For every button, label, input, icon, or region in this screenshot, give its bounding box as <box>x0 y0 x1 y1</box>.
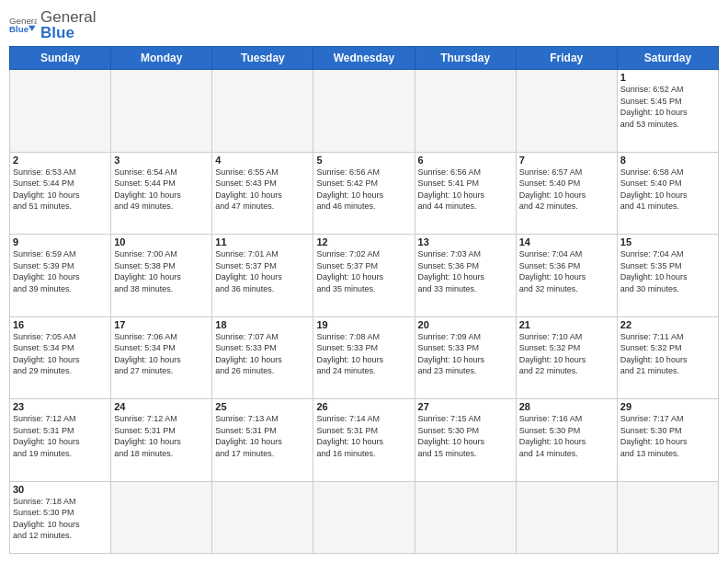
logo-wordmark: General Blue <box>40 9 96 40</box>
day-number: 29 <box>620 401 715 412</box>
table-row: 27Sunrise: 7:15 AM Sunset: 5:30 PM Dayli… <box>415 399 516 482</box>
header-monday: Monday <box>111 47 212 70</box>
day-info: Sunrise: 7:12 AM Sunset: 5:31 PM Dayligh… <box>13 413 108 459</box>
table-row: 24Sunrise: 7:12 AM Sunset: 5:31 PM Dayli… <box>111 399 212 482</box>
table-row <box>111 481 212 554</box>
day-number: 15 <box>620 236 715 247</box>
table-row <box>516 481 617 554</box>
day-info: Sunrise: 6:52 AM Sunset: 5:45 PM Dayligh… <box>620 84 715 130</box>
day-number: 16 <box>13 319 108 330</box>
day-info: Sunrise: 7:06 AM Sunset: 5:34 PM Dayligh… <box>114 331 209 377</box>
generalblue-icon: General Blue <box>9 14 37 36</box>
day-info: Sunrise: 6:56 AM Sunset: 5:41 PM Dayligh… <box>418 167 513 213</box>
weekday-header-row: Sunday Monday Tuesday Wednesday Thursday… <box>10 47 719 70</box>
day-info: Sunrise: 6:58 AM Sunset: 5:40 PM Dayligh… <box>620 167 715 213</box>
logo: General Blue General Blue <box>9 9 96 40</box>
day-info: Sunrise: 7:02 AM Sunset: 5:37 PM Dayligh… <box>316 248 411 294</box>
day-info: Sunrise: 7:12 AM Sunset: 5:31 PM Dayligh… <box>114 413 209 459</box>
day-info: Sunrise: 7:08 AM Sunset: 5:33 PM Dayligh… <box>316 331 411 377</box>
day-number: 11 <box>215 236 310 247</box>
day-number: 12 <box>316 236 411 247</box>
table-row <box>313 70 415 153</box>
day-number: 17 <box>114 319 209 330</box>
day-number: 13 <box>418 236 513 247</box>
table-row: 6Sunrise: 6:56 AM Sunset: 5:41 PM Daylig… <box>415 152 516 235</box>
table-row: 9Sunrise: 6:59 AM Sunset: 5:39 PM Daylig… <box>10 235 111 317</box>
day-info: Sunrise: 7:13 AM Sunset: 5:31 PM Dayligh… <box>215 413 310 459</box>
table-row <box>212 70 313 153</box>
day-number: 19 <box>316 319 411 330</box>
table-row: 1Sunrise: 6:52 AM Sunset: 5:45 PM Daylig… <box>617 70 718 153</box>
day-info: Sunrise: 7:10 AM Sunset: 5:32 PM Dayligh… <box>519 331 614 377</box>
day-info: Sunrise: 7:01 AM Sunset: 5:37 PM Dayligh… <box>215 248 310 294</box>
table-row: 10Sunrise: 7:00 AM Sunset: 5:38 PM Dayli… <box>111 235 212 317</box>
day-number: 25 <box>215 401 310 412</box>
day-number: 28 <box>519 401 614 412</box>
day-number: 6 <box>418 155 513 166</box>
day-info: Sunrise: 6:57 AM Sunset: 5:40 PM Dayligh… <box>519 167 614 213</box>
day-number: 24 <box>114 401 209 412</box>
day-info: Sunrise: 7:05 AM Sunset: 5:34 PM Dayligh… <box>13 331 108 377</box>
table-row: 28Sunrise: 7:16 AM Sunset: 5:30 PM Dayli… <box>516 399 617 482</box>
day-number: 3 <box>114 155 209 166</box>
table-row <box>212 481 313 554</box>
day-number: 14 <box>519 236 614 247</box>
header-thursday: Thursday <box>415 47 516 70</box>
table-row: 16Sunrise: 7:05 AM Sunset: 5:34 PM Dayli… <box>10 316 111 399</box>
calendar-page: General Blue General Blue Sunday Monday … <box>0 0 728 563</box>
table-row <box>313 481 415 554</box>
day-number: 20 <box>418 319 513 330</box>
calendar-table: Sunday Monday Tuesday Wednesday Thursday… <box>9 46 719 554</box>
table-row: 8Sunrise: 6:58 AM Sunset: 5:40 PM Daylig… <box>617 152 718 235</box>
table-row: 13Sunrise: 7:03 AM Sunset: 5:36 PM Dayli… <box>415 235 516 317</box>
header-tuesday: Tuesday <box>212 47 313 70</box>
table-row: 19Sunrise: 7:08 AM Sunset: 5:33 PM Dayli… <box>313 316 415 399</box>
day-number: 1 <box>620 72 715 83</box>
table-row: 25Sunrise: 7:13 AM Sunset: 5:31 PM Dayli… <box>212 399 313 482</box>
day-number: 30 <box>13 484 108 495</box>
day-info: Sunrise: 7:09 AM Sunset: 5:33 PM Dayligh… <box>418 331 513 377</box>
day-info: Sunrise: 6:54 AM Sunset: 5:44 PM Dayligh… <box>114 167 209 213</box>
table-row: 21Sunrise: 7:10 AM Sunset: 5:32 PM Dayli… <box>516 316 617 399</box>
table-row: 2Sunrise: 6:53 AM Sunset: 5:44 PM Daylig… <box>10 152 111 235</box>
table-row: 20Sunrise: 7:09 AM Sunset: 5:33 PM Dayli… <box>415 316 516 399</box>
day-number: 5 <box>316 155 411 166</box>
day-info: Sunrise: 7:16 AM Sunset: 5:30 PM Dayligh… <box>519 413 614 459</box>
table-row: 3Sunrise: 6:54 AM Sunset: 5:44 PM Daylig… <box>111 152 212 235</box>
table-row <box>415 481 516 554</box>
day-info: Sunrise: 6:55 AM Sunset: 5:43 PM Dayligh… <box>215 167 310 213</box>
svg-marker-1 <box>28 26 36 31</box>
table-row: 12Sunrise: 7:02 AM Sunset: 5:37 PM Dayli… <box>313 235 415 317</box>
day-info: Sunrise: 7:03 AM Sunset: 5:36 PM Dayligh… <box>418 248 513 294</box>
table-row <box>617 481 718 554</box>
table-row <box>111 70 212 153</box>
day-info: Sunrise: 7:00 AM Sunset: 5:38 PM Dayligh… <box>114 248 209 294</box>
day-info: Sunrise: 7:04 AM Sunset: 5:36 PM Dayligh… <box>519 248 614 294</box>
header-friday: Friday <box>516 47 617 70</box>
day-info: Sunrise: 7:15 AM Sunset: 5:30 PM Dayligh… <box>418 413 513 459</box>
table-row: 11Sunrise: 7:01 AM Sunset: 5:37 PM Dayli… <box>212 235 313 317</box>
day-info: Sunrise: 7:14 AM Sunset: 5:31 PM Dayligh… <box>316 413 411 459</box>
day-info: Sunrise: 7:04 AM Sunset: 5:35 PM Dayligh… <box>620 248 715 294</box>
day-number: 26 <box>316 401 411 412</box>
day-number: 10 <box>114 236 209 247</box>
table-row: 22Sunrise: 7:11 AM Sunset: 5:32 PM Dayli… <box>617 316 718 399</box>
header-sunday: Sunday <box>10 47 111 70</box>
day-info: Sunrise: 7:18 AM Sunset: 5:30 PM Dayligh… <box>13 496 108 542</box>
table-row: 26Sunrise: 7:14 AM Sunset: 5:31 PM Dayli… <box>313 399 415 482</box>
table-row <box>10 70 111 153</box>
table-row: 23Sunrise: 7:12 AM Sunset: 5:31 PM Dayli… <box>10 399 111 482</box>
table-row: 17Sunrise: 7:06 AM Sunset: 5:34 PM Dayli… <box>111 316 212 399</box>
day-info: Sunrise: 7:11 AM Sunset: 5:32 PM Dayligh… <box>620 331 715 377</box>
table-row <box>415 70 516 153</box>
table-row: 30Sunrise: 7:18 AM Sunset: 5:30 PM Dayli… <box>10 481 111 554</box>
header: General Blue General Blue <box>9 9 719 40</box>
day-info: Sunrise: 6:59 AM Sunset: 5:39 PM Dayligh… <box>13 248 108 294</box>
day-number: 23 <box>13 401 108 412</box>
day-number: 8 <box>620 155 715 166</box>
day-number: 22 <box>620 319 715 330</box>
table-row: 5Sunrise: 6:56 AM Sunset: 5:42 PM Daylig… <box>313 152 415 235</box>
day-number: 27 <box>418 401 513 412</box>
day-number: 21 <box>519 319 614 330</box>
day-info: Sunrise: 7:17 AM Sunset: 5:30 PM Dayligh… <box>620 413 715 459</box>
